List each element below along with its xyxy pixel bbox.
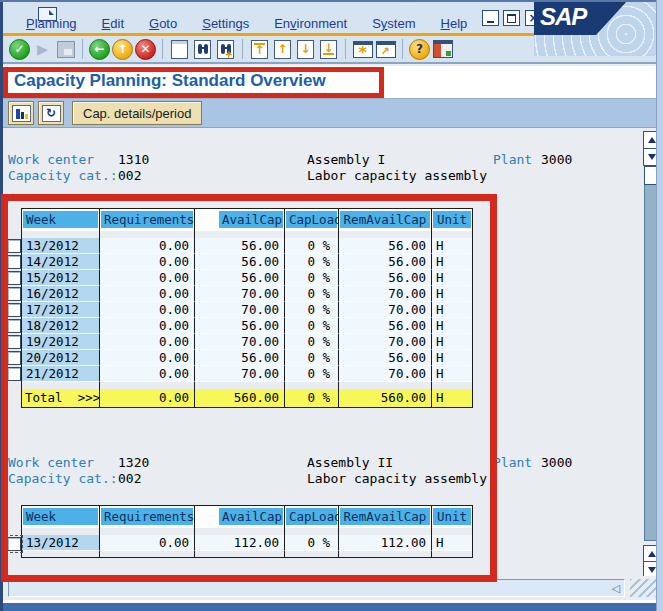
refresh-button[interactable] — [38, 101, 64, 125]
row-select-checkbox[interactable] — [7, 319, 21, 333]
header-remavailcap[interactable]: RemAvailCap — [339, 506, 432, 528]
screen-area: Work center 1310 Assembly I Plant 3000 C… — [0, 129, 663, 576]
remavailcap-cell: 56.00 — [339, 350, 432, 366]
requirements-cell: 0.00 — [100, 366, 195, 382]
last-page-icon[interactable]: ↓ — [317, 38, 340, 61]
menu-system[interactable]: System — [372, 16, 415, 32]
plant-label: Plant — [493, 455, 532, 470]
total-capload-cell: 0 % — [285, 389, 339, 407]
header-week[interactable]: Week — [22, 506, 100, 528]
maximize-button[interactable] — [503, 10, 520, 26]
previous-page-icon[interactable]: ↑ — [271, 38, 294, 61]
new-session-icon[interactable] — [351, 38, 374, 61]
shortcut-icon[interactable] — [374, 38, 397, 61]
capacity-cat-value[interactable]: 002 — [118, 471, 141, 486]
header-capload[interactable]: CapLoad — [285, 506, 339, 528]
plant-value[interactable]: 3000 — [541, 455, 572, 470]
cap-details-period-button[interactable]: Cap. details/period — [72, 101, 202, 125]
header-requirements[interactable]: Requirements — [100, 506, 195, 528]
status-collapse-icon[interactable]: ◁ — [612, 582, 620, 595]
row-select-checkbox[interactable] — [7, 271, 21, 285]
minimize-button[interactable] — [482, 10, 499, 26]
resize-grip[interactable] — [630, 579, 656, 597]
table-row: 18/20120.0056.000 %56.00H — [22, 318, 472, 334]
menu-help[interactable]: Help — [441, 16, 468, 32]
work-center-line-1: Work center 1310 Assembly I Plant 3000 — [0, 152, 640, 167]
week-cell[interactable]: 19/2012 — [22, 334, 100, 350]
table-row: 14/20120.0056.000 %56.00H — [22, 254, 472, 270]
remavailcap-cell: 56.00 — [339, 238, 432, 254]
menu-environment[interactable]: Environment — [274, 16, 347, 32]
table-row: 15/20120.0056.000 %56.00H — [22, 270, 472, 286]
header-week[interactable]: Week — [22, 209, 100, 231]
continue-icon: ▶ — [31, 38, 54, 61]
work-center-name: Assembly II — [307, 455, 393, 470]
menu-goto[interactable]: Goto — [149, 16, 177, 32]
row-select-checkbox[interactable] — [7, 335, 21, 349]
work-center-value[interactable]: 1320 — [118, 455, 149, 470]
week-cell[interactable]: 21/2012 — [22, 366, 100, 382]
week-cell[interactable]: 15/2012 — [22, 270, 100, 286]
capload-cell: 0 % — [285, 350, 339, 366]
find-next-icon[interactable] — [214, 38, 237, 61]
work-center-label: Work center — [8, 152, 94, 167]
remavailcap-cell: 70.00 — [339, 286, 432, 302]
print-icon[interactable] — [168, 38, 191, 61]
menu-bar: Planning Edit Goto Settings Environment … — [26, 16, 467, 32]
sap-logo: SAP — [534, 0, 658, 56]
table-row: 13/20120.0056.000 %56.00H — [22, 238, 472, 254]
unit-cell: H — [432, 238, 472, 254]
next-page-icon[interactable]: ↓ — [294, 38, 317, 61]
row-select-checkbox[interactable] — [7, 367, 21, 381]
week-cell[interactable]: 20/2012 — [22, 350, 100, 366]
availcap-cell: 56.00 — [195, 350, 285, 366]
header-availcap[interactable]: AvailCap. — [195, 506, 285, 528]
customize-icon[interactable] — [431, 38, 454, 61]
capacity-cat-value[interactable]: 002 — [118, 168, 141, 183]
header-requirements[interactable]: Requirements — [100, 209, 195, 231]
header-capload[interactable]: CapLoad — [285, 209, 339, 231]
menu-settings[interactable]: Settings — [202, 16, 249, 32]
unit-cell: H — [432, 270, 472, 286]
week-cell[interactable]: 13/2012 — [22, 535, 100, 551]
header-unit[interactable]: Unit — [432, 209, 472, 231]
header-remavailcap[interactable]: RemAvailCap — [339, 209, 432, 231]
plant-value[interactable]: 3000 — [541, 152, 572, 167]
requirements-cell: 0.00 — [100, 350, 195, 366]
help-icon[interactable]: ? — [408, 38, 431, 61]
requirements-cell: 0.00 — [100, 254, 195, 270]
menu-planning[interactable]: Planning — [26, 16, 77, 32]
remavailcap-cell: 56.00 — [339, 254, 432, 270]
cancel-icon[interactable]: ✕ — [134, 38, 157, 61]
week-cell[interactable]: 18/2012 — [22, 318, 100, 334]
row-select-checkbox[interactable] — [7, 351, 21, 365]
capload-cell: 0 % — [285, 366, 339, 382]
capload-cell: 0 % — [285, 318, 339, 334]
menu-edit[interactable]: Edit — [102, 16, 124, 32]
exit-icon[interactable]: ↑ — [111, 38, 134, 61]
window-frame-left — [0, 0, 3, 611]
capload-cell: 0 % — [285, 254, 339, 270]
first-page-icon[interactable]: ↑ — [248, 38, 271, 61]
unit-cell: H — [432, 334, 472, 350]
row-select-checkbox[interactable] — [7, 303, 21, 317]
week-cell[interactable]: 17/2012 — [22, 302, 100, 318]
sap-logo-text: SAP — [540, 3, 586, 31]
row-select-checkbox[interactable] — [7, 255, 21, 269]
week-cell[interactable]: 16/2012 — [22, 286, 100, 302]
unit-cell: H — [432, 286, 472, 302]
back-icon[interactable]: ← — [88, 38, 111, 61]
enter-icon[interactable]: ✓ — [8, 38, 31, 61]
week-cell[interactable]: 13/2012 — [22, 238, 100, 254]
find-icon[interactable] — [191, 38, 214, 61]
row-select-checkbox[interactable] — [7, 287, 21, 301]
work-center-value[interactable]: 1310 — [118, 152, 149, 167]
capacity-chart-button[interactable] — [8, 101, 34, 125]
row-select-checkbox[interactable] — [7, 239, 21, 253]
week-cell[interactable]: 14/2012 — [22, 254, 100, 270]
total-remavailcap-cell: 560.00 — [339, 389, 432, 407]
header-availcap[interactable]: AvailCap. — [195, 209, 285, 231]
availcap-cell: 70.00 — [195, 286, 285, 302]
header-unit[interactable]: Unit — [432, 506, 472, 528]
row-select-checkbox[interactable] — [7, 537, 21, 551]
